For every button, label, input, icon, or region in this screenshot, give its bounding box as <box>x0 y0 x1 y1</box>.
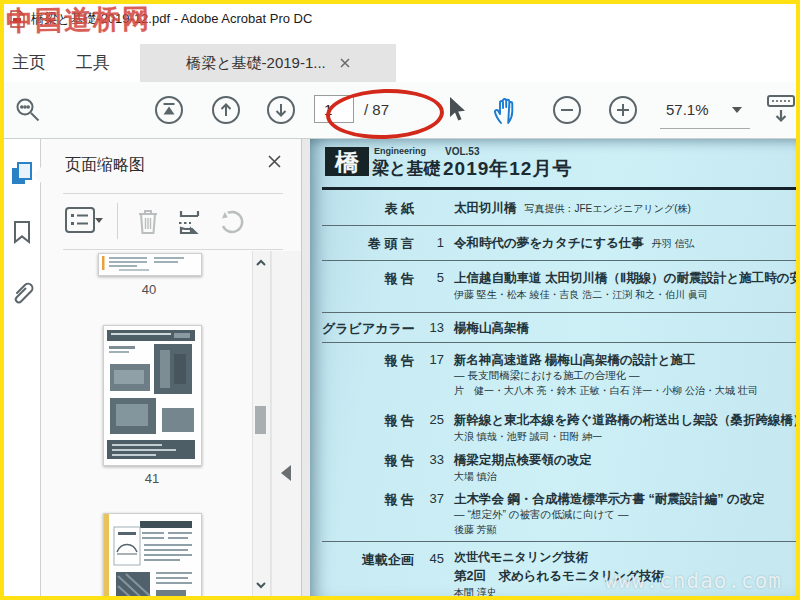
masthead-rule <box>322 187 796 190</box>
acrobat-window: 橋梁と基礎-2019-12.pdf - Adobe Acrobat Pro DC… <box>0 0 800 600</box>
toc-label: 連載企画 <box>322 549 414 569</box>
toc-title: 新名神高速道路 楊梅山高架橋の設計と施工 <box>454 353 696 367</box>
toc-entry: 報 告 17 新名神高速道路 楊梅山高架橋の設計と施工― 長支間橋梁における施工… <box>322 343 796 406</box>
crop-icon <box>175 207 205 237</box>
toc-label: 報 告 <box>322 410 414 430</box>
next-page-button[interactable] <box>266 95 296 125</box>
panel-close-button[interactable] <box>268 155 281 168</box>
chevron-down-icon[interactable] <box>732 107 742 113</box>
page-number-label: 41 <box>101 471 203 486</box>
toc-entry: 表 紙 太田切川橋写真提供：JFEエンジニアリング(株) <box>322 192 796 226</box>
logo-engineering-text: Engineering <box>374 146 426 156</box>
attachments-panel-button[interactable] <box>10 279 35 306</box>
rotate-ccw-icon <box>217 207 247 237</box>
thumbnails-panel: 页面缩略图 <box>41 139 302 597</box>
tab-bar: 主页 工具 橋梁と基礎-2019-1... <box>4 34 796 82</box>
toc-page: 25 <box>414 410 444 427</box>
panel-pointer-notch <box>33 167 41 183</box>
thumbnails-list: 40 41 <box>41 251 301 597</box>
plus-icon <box>608 95 638 125</box>
toc-page <box>414 198 444 200</box>
options-icon <box>65 207 105 235</box>
toc-label: 報 告 <box>322 350 414 370</box>
document-area: 橋 Engineering 梁と基礎 VOL.53 2019年12月号 表 紙 … <box>302 139 796 597</box>
document-tab[interactable]: 橋梁と基礎-2019-1... <box>140 44 396 82</box>
toc-entry: 巻 頭 言 1 令和時代の夢をカタチにする仕事丹羽 信弘 <box>322 226 796 261</box>
toc-authors: 伊藤 堅生・松本 綾佳・吉良 浩二・江渕 和之・伯川 眞司 <box>454 288 796 302</box>
panel-collapse-icon[interactable] <box>281 465 291 481</box>
toc-entry: 報 告 5 上信越自動車道 太田切川橋（Ⅱ期線）の耐震設計と施工時の安全対策伊藤… <box>322 261 796 313</box>
toc-label: グラビアカラー <box>322 318 414 338</box>
minus-icon <box>552 95 582 125</box>
toolbar: 1 / 87 57.1% <box>4 82 796 139</box>
document-tab-label: 橋梁と基礎-2019-1... <box>186 54 326 73</box>
rotate-pages-button[interactable] <box>217 207 247 237</box>
pages-icon <box>10 161 35 187</box>
toc-title: 上信越自動車道 太田切川橋（Ⅱ期線）の耐震設計と施工時の安全対策 <box>454 271 796 285</box>
toc-authors: 後藤 芳顯 <box>454 523 796 537</box>
panel-toolbar-divider <box>117 203 118 239</box>
zoom-level-value[interactable]: 57.1% <box>666 101 720 118</box>
close-icon <box>268 155 281 168</box>
arrow-cursor-icon <box>446 95 468 123</box>
first-page-button[interactable] <box>154 95 184 125</box>
tab-tools[interactable]: 工具 <box>76 51 110 74</box>
scrollbar-thumb[interactable] <box>255 406 266 434</box>
main-content: 页面缩略图 <box>4 139 796 597</box>
toolbar-collapse-button[interactable] <box>766 94 796 126</box>
pdf-page: 橋 Engineering 梁と基礎 VOL.53 2019年12月号 表 紙 … <box>310 139 796 597</box>
table-of-contents: 表 紙 太田切川橋写真提供：JFEエンジニアリング(株) 巻 頭 言 1 令和時… <box>322 192 796 597</box>
scroll-up-icon[interactable] <box>254 256 268 270</box>
toc-entry: 報 告 25 新幹線と東北本線を跨ぐ道路橋の桁送出し架設（桑折跨線橋）大浪 慎哉… <box>322 406 796 447</box>
tab-close-icon[interactable] <box>340 58 350 68</box>
panel-gutter <box>271 251 301 597</box>
select-tool-button[interactable] <box>446 95 468 123</box>
toc-entry: 報 告 37 土木学会 鋼・合成構造標準示方書 “耐震設計編” の改定― “想定… <box>322 486 796 542</box>
toc-page: 13 <box>414 318 444 335</box>
toc-entry: 報 告 33 橋梁定期点検要領の改定大場 慎治 <box>322 447 796 486</box>
thumbnail-page-41[interactable] <box>103 325 202 466</box>
crop-pages-button[interactable] <box>175 207 205 237</box>
watermark-url: www.cndao.com <box>605 569 782 593</box>
toc-subtitle: ― “想定外” の被害の低減に向けて ― <box>454 508 796 522</box>
toc-page: 45 <box>414 549 444 566</box>
tab-home[interactable]: 主页 <box>12 51 46 74</box>
toc-title: 土木学会 鋼・合成構造標準示方書 “耐震設計編” の改定 <box>454 492 765 506</box>
toc-authors: 大場 慎治 <box>454 470 796 484</box>
sidebar-rail <box>4 139 41 597</box>
toc-label: 報 告 <box>322 268 414 288</box>
toc-page: 37 <box>414 489 444 506</box>
bookmarks-panel-button[interactable] <box>10 219 34 245</box>
toc-note: 丹羽 信弘 <box>652 238 695 249</box>
thumbnail-options-button[interactable] <box>65 207 105 235</box>
previous-page-button[interactable] <box>211 95 241 125</box>
toc-entry: グラビアカラー 13 楊梅山高架橋 <box>322 313 796 343</box>
thumbnail-page-40[interactable] <box>98 253 202 276</box>
paperclip-icon <box>10 279 35 306</box>
toc-note: 写真提供：JFEエンジニアリング(株) <box>525 203 691 214</box>
toc-title: 令和時代の夢をカタチにする仕事 <box>454 236 644 250</box>
zoom-in-button[interactable] <box>608 95 638 125</box>
toc-label: 報 告 <box>322 489 414 509</box>
toc-title: 太田切川橋 <box>454 201 517 215</box>
toc-page: 17 <box>414 350 444 367</box>
search-icon[interactable] <box>14 96 42 124</box>
toc-label: 表 紙 <box>322 198 414 218</box>
zoom-out-button[interactable] <box>552 95 582 125</box>
scroll-down-icon[interactable] <box>254 578 268 592</box>
toc-page: 5 <box>414 268 444 285</box>
toolbar-arrow-icon <box>766 94 796 126</box>
thumbnail-page-42[interactable] <box>103 513 202 597</box>
thumbnails-panel-button[interactable] <box>10 161 35 187</box>
panel-scrollbar[interactable] <box>252 251 271 597</box>
toc-page: 1 <box>414 233 444 250</box>
hand-tool-button[interactable] <box>491 94 521 126</box>
journal-logo: 橋 <box>325 147 369 176</box>
panel-divider <box>63 249 283 250</box>
toc-page: 33 <box>414 450 444 467</box>
journal-issue: 2019年12月号 <box>443 156 572 182</box>
journal-masthead: 橋 Engineering 梁と基礎 VOL.53 2019年12月号 <box>322 145 796 185</box>
toc-authors: 片 健一・大八木 亮・鈴木 正敏・白石 洋一・小柳 公治・大城 壮司 <box>454 384 796 398</box>
delete-pages-button[interactable] <box>135 207 161 237</box>
zoom-underline <box>660 128 750 129</box>
